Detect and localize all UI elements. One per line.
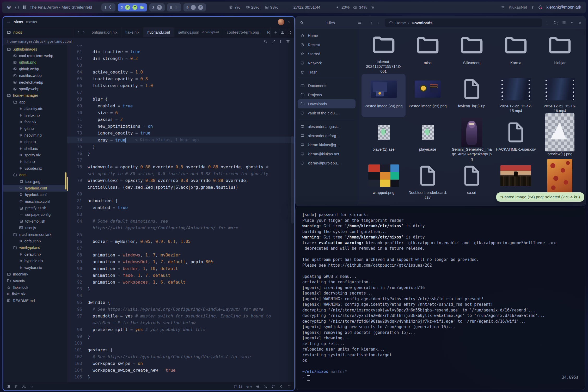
path-root[interactable]: Home <box>395 21 406 25</box>
tree-item-macchiato-conf[interactable]: ⚙macchiato.conf <box>3 198 67 205</box>
code-line-wrap[interactable]: https://wiki.hyprland.org/Configuring/An… <box>67 225 294 231</box>
back-icon[interactable] <box>370 21 374 25</box>
code-line-81[interactable]: 81animations { <box>67 198 294 204</box>
terminal-prompt-input[interactable]: ›34.695s <box>302 375 578 381</box>
tab-onfiguration-nix[interactable]: onfiguration.nix <box>88 27 121 37</box>
mic-muted-icon[interactable] <box>371 5 375 9</box>
code-line-98[interactable]: 98 preserve_split = yes # you probably w… <box>67 326 294 333</box>
env-label[interactable]: env <box>246 384 252 388</box>
tree-item-prettify-ss-sh[interactable]: prettify-ss.sh <box>3 205 67 211</box>
terminal-window[interactable]: [sudo] password for kierank:Place your f… <box>295 207 585 390</box>
tree-item-firefox-nix[interactable]: ❄firefox.nix <box>3 112 67 119</box>
tree-item-spotify-nix[interactable]: ❄spotify.nix <box>3 152 67 158</box>
app-menu-icon[interactable] <box>358 21 362 25</box>
tree-item-waybar-nix[interactable]: ❄waybar.nix <box>3 264 67 271</box>
clock[interactable]: 27/12 00:51:44 <box>293 5 320 10</box>
code-line-102[interactable]: 102 # See https://wiki.hyprland.org/Conf… <box>67 353 294 360</box>
path-current[interactable]: Downloads <box>412 21 432 25</box>
sidebar-item-alesander-august-[interactable]: alesander.august… <box>298 122 356 131</box>
tab-r[interactable]: R <box>263 27 270 37</box>
tree-item-flake-nix[interactable]: ❄flake.nix <box>3 291 67 297</box>
sidebar-item-recent[interactable]: Recent <box>298 40 356 49</box>
tree-item-sunpaperconfig[interactable]: sunpaperconfig <box>3 211 67 218</box>
workspace-3[interactable]: 3? <box>149 3 164 11</box>
project-panel-header[interactable]: nixos <box>3 27 74 37</box>
code-line-70[interactable]: 70 size = 6 <box>67 109 294 116</box>
tree-item-default-nix[interactable]: ❄default.nix <box>3 251 67 258</box>
sidebar-item-kieran-purplebu-[interactable]: kieran@purplebu… <box>298 158 356 168</box>
sidebar-item-home[interactable]: Home <box>298 31 356 40</box>
tab-flake-nix[interactable]: flake.nix <box>121 27 143 37</box>
cursor-position[interactable]: 74:18 <box>234 384 242 388</box>
file-item-silkscreen[interactable]: Silkscreen <box>450 30 494 74</box>
code-line-84[interactable]: 84 # Some default animations, see <box>67 218 294 225</box>
code-line-105[interactable]: 105} <box>67 374 294 381</box>
pause-icon[interactable] <box>23 5 26 9</box>
code-line-78[interactable]: 78windowrule = opacity 0.88 override 0.8… <box>67 164 294 170</box>
code-line-101[interactable]: 101gestures { <box>67 347 294 353</box>
search-icon[interactable] <box>300 21 304 25</box>
code-line-74[interactable]: 74 xray = true✎ Kieran Klukas, 1 hour ag… <box>67 137 294 143</box>
sidebar-item-trash[interactable]: Trash <box>298 68 356 77</box>
code-line-62[interactable]: 62 dim_strength = 0.2 <box>67 55 294 62</box>
tree-item-neovim-nix[interactable]: ❄neovim.nix <box>3 132 67 138</box>
code-line-80[interactable]: 80 <box>67 191 294 198</box>
sidebar-item-kieran-klukas-g-[interactable]: kieran.klukas@g… <box>298 140 356 149</box>
file-item-blobjar[interactable]: blobjar <box>538 30 582 74</box>
tree-item-tofi-nix[interactable]: ❄tofi.nix <box>3 158 67 165</box>
notifications-bell-icon[interactable] <box>279 384 283 388</box>
code-line-92[interactable]: 92 animation = workspaces, 1, 6, default <box>67 279 294 286</box>
code-line-61[interactable]: 61 dim_inactive = true <box>67 48 294 55</box>
code-line-86[interactable]: 86 bezier = myBezier, 0.05, 0.9, 0.1, 1.… <box>67 238 294 245</box>
tree-item-machines-moonlark[interactable]: machines/moonlark <box>3 231 67 238</box>
split-pane-icon[interactable] <box>280 30 285 34</box>
code-line-82[interactable]: 82 enabled = true <box>67 204 294 211</box>
code-line-99[interactable]: 99} <box>67 333 294 340</box>
file-item-player-ase[interactable]: player.ase <box>406 117 450 160</box>
code-line-75[interactable]: 75 } <box>67 143 294 150</box>
folder-search-icon[interactable] <box>553 21 558 25</box>
code-line-73[interactable]: 73 ignore_opacity = true <box>67 130 294 137</box>
sidebar-item-projects[interactable]: Projects <box>298 90 356 99</box>
workspace-9[interactable]: 9? <box>183 3 206 11</box>
workspace-8[interactable]: 8 <box>167 3 181 11</box>
code-line-88[interactable]: 88 animation = windows, 1, 7, myBezier <box>67 252 294 259</box>
tree-item-vscode-nix[interactable]: ❄vscode.nix <box>3 165 67 172</box>
breadcrumb[interactable]: home-manager/dots/hyprland.conf <box>7 39 73 44</box>
code-line-79[interactable]: 79windowrulev2 = opacity 0.88 override 0… <box>67 177 294 184</box>
editor-pane[interactable]: 6061 dim_inactive = true62 dim_strength … <box>67 45 294 382</box>
tree-item-flake-lock[interactable]: flake.lock <box>3 284 67 291</box>
code-line-64[interactable]: 64 active_opacity = 1.0 <box>67 69 294 76</box>
file-item-doubloonleaderboard-csv[interactable]: DoubloonLeaderboard.csv <box>406 160 450 204</box>
sidebar-item-network[interactable]: Network <box>298 58 356 68</box>
sidebar-item-kieran-klukas-net[interactable]: kieran@klukas.net <box>298 149 356 158</box>
code-line-68[interactable]: 68 blur { <box>67 96 294 103</box>
code-line-97[interactable]: 97 pseudotile = yes # master switch for … <box>67 313 294 320</box>
sidebar-item-downloads[interactable]: Downloads <box>298 99 356 108</box>
file-item-pasted-image-24-png[interactable]: Pasted image (24).png <box>362 74 406 117</box>
code-line-wrap[interactable]: initialClass: (dev.zed.Zed|spotify|Slack… <box>67 184 294 191</box>
file-item-player-1-ase[interactable]: player(1).ase <box>362 117 406 160</box>
code-line-63[interactable]: 63 <box>67 62 294 69</box>
maximize-pane-icon[interactable] <box>287 30 291 34</box>
code-line-69[interactable]: 69 enabled = true <box>67 103 294 109</box>
sidebar-item-alexander-defarg-[interactable]: alexander.defarg… <box>298 131 356 140</box>
code-line-91[interactable]: 91 animation = fade, 1, 7, default <box>67 272 294 279</box>
file-item-misc[interactable]: misc <box>406 30 450 74</box>
code-line-76[interactable]: 76} <box>67 150 294 157</box>
file-item-favicon-io-3-zip[interactable]: favicon_io(3).zip <box>450 74 494 117</box>
code-line-103[interactable]: 103 workspace_swipe = on <box>67 360 294 367</box>
code-line-100[interactable]: 100 <box>67 340 294 347</box>
terminal-toggle-icon[interactable] <box>264 384 268 388</box>
editor-scrollbar-thumb[interactable] <box>291 136 294 224</box>
tree-item-moonlark[interactable]: moonlark <box>3 271 67 277</box>
nixos-logo-icon[interactable]: ❄ <box>7 5 11 10</box>
chevron-down-icon[interactable] <box>287 20 291 24</box>
tree-item-git-nix[interactable]: ❄git.nix <box>3 125 67 132</box>
code-line-95[interactable]: 95dwindle { <box>67 299 294 306</box>
code-line-wrap[interactable]: mainMod + P in the keybinds section belo… <box>67 320 294 326</box>
panels-toggle-icon[interactable] <box>6 384 10 388</box>
code-line-85[interactable]: 85 <box>67 231 294 238</box>
close-icon[interactable] <box>578 21 582 25</box>
tree-item-wm-hyprland[interactable]: wm/hyprland <box>3 244 67 251</box>
